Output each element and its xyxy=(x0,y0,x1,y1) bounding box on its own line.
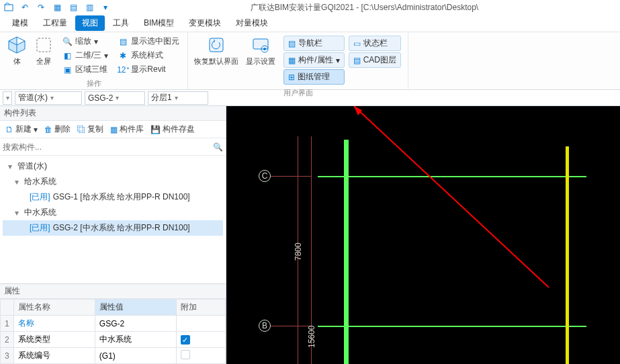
region3d-icon: ▣ xyxy=(62,64,73,75)
comp-icon: ▦ xyxy=(288,56,296,65)
2d3d-button[interactable]: ◧二维/三 ▾ xyxy=(59,49,111,62)
grid-label-c: C xyxy=(259,170,271,182)
prop-row-2[interactable]: 2 系统类型 中水系统 ✓ xyxy=(1,332,226,348)
dim-7800: 7800 xyxy=(294,242,303,261)
navbar-chip[interactable]: ▤导航栏 xyxy=(283,36,344,51)
save-button[interactable]: 💾构件存盘 xyxy=(148,122,197,136)
prop-row-1[interactable]: 1 名称 GSG-2 xyxy=(1,316,226,332)
sysstyle-button[interactable]: ✱系统样式 xyxy=(115,49,182,62)
menu-compare[interactable]: 对量模块 xyxy=(229,15,275,31)
component-tree: ▾管道(水) ▾给水系统 [已用] GSG-1 [给水系统 给水用PP-R DN… xyxy=(0,156,226,283)
property-table: 属性名称 属性值 附加 1 名称 GSG-2 2 系统类型 中水系统 ✓ xyxy=(0,299,226,364)
delete-button[interactable]: 🗑删除 xyxy=(42,122,73,136)
property-header: 属性 xyxy=(0,284,226,299)
showsel-button[interactable]: ▤显示选中图元 xyxy=(115,35,182,48)
col-rownum xyxy=(1,300,14,316)
chevron-down-icon: ▾ xyxy=(6,94,9,101)
tree-item1[interactable]: [已用] GSG-1 [给水系统 给水用PP-R DN100] xyxy=(3,189,223,205)
menu-bim[interactable]: BIM模型 xyxy=(137,15,181,31)
prop-row-3[interactable]: 3 系统编号 (G1) xyxy=(1,348,226,364)
search-input[interactable] xyxy=(3,142,210,152)
menu-quantity[interactable]: 工程量 xyxy=(36,15,74,31)
menu-view[interactable]: 视图 xyxy=(75,15,105,31)
drawing-viewport[interactable]: C B 7800 15600 xyxy=(226,106,620,364)
drawing-chip[interactable]: ⊞图纸管理 xyxy=(283,69,344,85)
collapse-icon[interactable]: ▾ xyxy=(8,162,15,171)
fullscreen-icon xyxy=(34,35,54,55)
chevron-down-icon: ▾ xyxy=(116,94,119,101)
property-panel: 属性 属性名称 属性值 附加 1 名称 GSG-2 2 系统类型 中水系 xyxy=(0,283,226,364)
tree-root[interactable]: ▾管道(水) xyxy=(3,158,223,174)
ribbon: 体 全屏 🔍缩放 ▾ ◧二维/三 ▾ ▣区域三维 ▤显示选中图元 ✱系统样式 1… xyxy=(0,32,620,90)
qat-open-icon[interactable] xyxy=(3,1,15,13)
cad-icon: ▤ xyxy=(353,56,361,65)
restore-button[interactable]: 恢复默认界面 xyxy=(192,34,240,68)
lib-icon: ▦ xyxy=(110,125,118,134)
svg-rect-0 xyxy=(5,5,13,11)
dispset-button[interactable]: 显示设置 xyxy=(242,34,279,68)
delete-icon: 🗑 xyxy=(44,125,52,134)
body-button[interactable]: 体 xyxy=(4,34,30,68)
2d3d-icon: ◧ xyxy=(62,50,73,61)
sysstyle-icon: ✱ xyxy=(118,50,128,61)
tree-item2[interactable]: [已用] GSG-2 [中水系统 给水用PP-R DN100] xyxy=(3,220,223,236)
copy-icon: ⿻ xyxy=(77,125,85,134)
sel4-dropdown[interactable]: 分层1▾ xyxy=(148,91,208,105)
menu-model[interactable]: 建模 xyxy=(5,15,35,31)
dim-15600: 15600 xyxy=(307,326,316,348)
svg-point-5 xyxy=(263,48,266,50)
qat-redo-icon[interactable]: ↷ xyxy=(35,1,47,13)
dispset-icon xyxy=(251,35,271,55)
qat-grid3-icon[interactable]: ▥ xyxy=(83,1,95,13)
showsel-icon: ▤ xyxy=(118,36,128,47)
sel2-dropdown[interactable]: 管道(水)▾ xyxy=(15,91,82,105)
lib-button[interactable]: ▦构件库 xyxy=(107,122,146,136)
qat-dd-icon[interactable]: ▾ xyxy=(99,1,112,13)
svg-rect-1 xyxy=(37,38,50,52)
qat-undo-icon[interactable]: ↶ xyxy=(19,1,31,13)
comp-chip[interactable]: ▦构件/属性 ▾ xyxy=(283,52,344,68)
left-panel: 构件列表 🗋新建 ▾ 🗑删除 ⿻复制 ▦构件库 💾构件存盘 🔍 ▾管道(水) ▾… xyxy=(0,106,226,364)
main-menu: 建模 工程量 视图 工具 BIM模型 变更模块 对量模块 xyxy=(0,15,620,32)
showrevit-button[interactable]: 12ᐩ显示Revit xyxy=(115,63,182,76)
svg-line-6 xyxy=(354,106,549,287)
statusbar-chip[interactable]: ▭状态栏 xyxy=(349,36,401,51)
save-icon: 💾 xyxy=(150,125,161,134)
chevron-down-icon: ▾ xyxy=(175,94,178,101)
group-ops-label: 操作 xyxy=(87,77,101,89)
window-title: 广联达BIM安装计量GQI2021 - [C:\Users\Administra… xyxy=(112,2,617,13)
chevron-down-icon: ▾ xyxy=(50,94,54,101)
new-button[interactable]: 🗋新建 ▾ xyxy=(3,122,40,136)
qat-grid1-icon[interactable]: ▦ xyxy=(51,1,63,13)
checkbox-on-icon[interactable]: ✓ xyxy=(181,335,190,345)
collapse-icon[interactable]: ▾ xyxy=(15,208,21,218)
zoom-button[interactable]: 🔍缩放 ▾ xyxy=(59,35,111,48)
menu-tool[interactable]: 工具 xyxy=(106,15,136,31)
new-icon: 🗋 xyxy=(5,125,13,134)
cube-icon xyxy=(7,35,27,55)
svg-rect-3 xyxy=(253,39,268,49)
navbar-icon: ▤ xyxy=(288,39,296,48)
component-list-header: 构件列表 xyxy=(0,106,226,121)
revit-icon: 12ᐩ xyxy=(118,64,128,75)
drawing-icon: ⊞ xyxy=(288,73,295,82)
status-icon: ▭ xyxy=(353,39,361,48)
sel3-dropdown[interactable]: GSG-2▾ xyxy=(85,91,145,105)
tree-sys2[interactable]: ▾中水系统 xyxy=(3,205,223,220)
checkbox-off-icon[interactable] xyxy=(181,350,190,359)
grid-label-b: B xyxy=(259,320,271,332)
region3d-button[interactable]: ▣区域三维 xyxy=(59,63,111,76)
qat-grid2-icon[interactable]: ▤ xyxy=(67,1,79,13)
menu-change[interactable]: 变更模块 xyxy=(182,15,228,31)
collapse-icon[interactable]: ▾ xyxy=(15,177,21,187)
fullscreen-button[interactable]: 全屏 xyxy=(31,34,56,68)
col-name: 属性名称 xyxy=(14,300,95,316)
svg-marker-7 xyxy=(354,106,362,116)
search-icon[interactable]: 🔍 xyxy=(213,142,223,152)
copy-button[interactable]: ⿻复制 xyxy=(75,122,106,136)
col-ext: 附加 xyxy=(176,300,225,316)
tree-sys1[interactable]: ▾给水系统 xyxy=(3,174,223,189)
zoom-icon: 🔍 xyxy=(62,36,73,47)
cadlayer-chip[interactable]: ▤CAD图层 xyxy=(349,52,401,68)
sel1-dropdown[interactable]: ▾ xyxy=(3,91,12,105)
